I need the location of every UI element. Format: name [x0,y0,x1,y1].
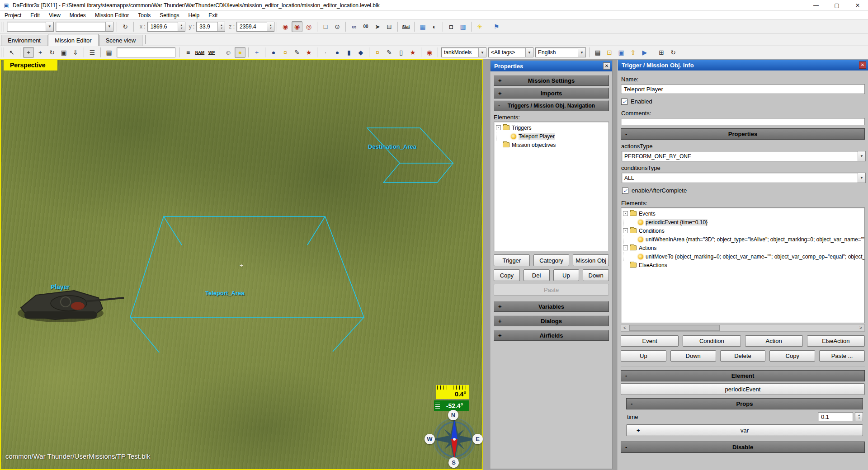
section-variables[interactable]: +Variables [494,301,609,312]
star-object-icon[interactable]: ★ [407,47,418,58]
pitch-indicator[interactable]: 0.4° [436,385,469,400]
comments-input[interactable] [621,118,865,125]
element-up-button[interactable]: Up [621,350,666,362]
add-event-button[interactable]: Event [621,335,679,347]
actions-type-dropdown[interactable]: PERFORM_ONE_BY_ONE▼ [622,151,866,161]
element-paste-button[interactable]: Paste ... [819,350,865,362]
new-document-icon[interactable]: ▤ [592,47,603,58]
menu-edit[interactable]: Edit [26,11,44,20]
tree-row-events[interactable]: - Events [623,209,864,218]
tab-environment[interactable]: Environment [1,35,47,46]
waypoint-names-icon[interactable]: NAM [194,47,205,58]
y-coordinate-spinner[interactable]: 33.9▴▾ [196,22,225,32]
menu-settings[interactable]: Settings [155,11,184,20]
target-icon[interactable]: ◉ [424,47,435,58]
scroll-right-icon[interactable]: > [857,325,864,330]
sun-icon[interactable]: ☀ [474,21,485,32]
copy-button[interactable]: Copy [494,269,520,281]
menu-view[interactable]: View [44,11,65,20]
element-delete-button[interactable]: Delete [720,350,766,362]
compass-west-button[interactable]: W [425,434,435,444]
smiley-icon[interactable]: ☺ [223,47,234,58]
spinner-arrows-icon[interactable]: ▴▾ [217,22,225,31]
section-props[interactable]: -Props [626,398,863,409]
play-icon[interactable]: ▶ [639,47,650,58]
tree-row-conditions[interactable]: - Conditions [623,226,864,235]
bounding-box-icon[interactable]: □ [320,21,331,32]
section-disable[interactable]: -Disable [621,442,865,453]
menu-project[interactable]: Project [0,11,26,20]
section-mission-settings[interactable]: +Mission Settings [494,75,609,86]
close-button[interactable]: ✕ [847,0,868,11]
mesh-object-icon[interactable]: ◆ [355,47,366,58]
element-copy-button[interactable]: Copy [769,350,815,362]
trigger-elements-tree[interactable]: - Events periodicEvent {time=0.10} - Con… [621,207,865,323]
section-element[interactable]: -Element [621,370,865,381]
move-snap-icon[interactable]: + [35,47,46,58]
move-icon[interactable]: + [23,47,34,58]
ink-pen-icon[interactable]: ✎ [384,47,395,58]
rotate-icon[interactable]: ↻ [47,47,57,58]
menu-help[interactable]: Help [184,11,204,20]
scroll-left-icon[interactable]: < [621,325,628,330]
unit-class-dropdown[interactable]: tankModels▼ [441,47,486,57]
drop-to-ground-icon[interactable]: ⇓ [70,47,81,58]
collapse-toggle-icon[interactable]: - [623,228,628,233]
tree-row-actions[interactable]: - Actions [623,244,864,252]
enable-after-complete-checkbox[interactable]: ✓ [622,188,628,194]
spinner-arrows-icon[interactable]: ▴▾ [855,412,863,421]
binoculars-icon[interactable]: ∞ [349,21,359,32]
tree-row-unit-move-to[interactable]: unitMoveTo {object_marking=0; object_var… [623,252,864,261]
scrollbar-thumb[interactable] [629,325,720,331]
lamp-icon[interactable]: ¤ [372,47,383,58]
grid-squares-icon[interactable]: ▦ [417,21,428,32]
properties-panel-titlebar[interactable]: Properties ✕ [491,61,612,71]
add-trigger-button[interactable]: Trigger [494,254,530,266]
cylinder-object-icon[interactable]: ▮ [344,47,354,58]
section-properties[interactable]: -Properties [621,128,865,140]
z-coordinate-spinner[interactable]: 2359.4▴▾ [236,22,274,32]
spinner-arrows-icon[interactable]: ▴▾ [178,22,185,31]
edit-pen-icon[interactable]: ✎ [292,47,302,58]
conditions-type-dropdown[interactable]: ALL▼ [622,173,866,183]
section-triggers-navigation[interactable]: -Triggers / Mission Obj. Navigation [494,100,609,111]
minimize-button[interactable]: — [806,0,826,11]
rotate-view-icon[interactable]: ↻ [120,21,131,32]
layers-icon[interactable]: ≡ [183,47,193,58]
light-icon[interactable]: ¤ [280,47,291,58]
compass-east-button[interactable]: E [472,434,483,444]
toolbar-grip[interactable] [1,47,4,57]
tree-row-periodic-event[interactable]: periodicEvent {time=0.10} [623,218,864,226]
spinner-arrows-icon[interactable]: ▴▾ [267,22,274,31]
reload-icon[interactable]: ↻ [668,47,679,58]
element-down-button[interactable]: Down [670,350,716,362]
select-cursor-icon[interactable]: ↖ [6,47,17,58]
preset-dropdown-1[interactable]: ▼ [7,22,54,32]
sphere-object-icon[interactable]: ● [332,47,343,58]
menu-tools[interactable]: Tools [133,11,155,20]
tree-row-mission-objectives[interactable]: Mission objectives [496,141,609,149]
compass-north-button[interactable]: N [448,410,458,420]
add-action-button[interactable]: Action [745,335,803,347]
add-mission-obj-button[interactable]: Mission Obj [573,254,609,266]
tree-row-unit-when-in-area[interactable]: unitWhenInArea {math="3D"; object_type="… [623,235,864,244]
tree-row-else-actions[interactable]: ElseActions [623,261,864,269]
maximize-button[interactable]: ▢ [826,0,847,11]
tab-mission-editor[interactable]: Mission Editor [48,34,99,46]
language-dropdown[interactable]: English▼ [535,47,586,57]
add-var-button[interactable]: +var [626,424,863,436]
time-spinner[interactable]: 0.1 ▴▾ [818,412,863,421]
add-else-action-button[interactable]: ElseAction [807,335,865,347]
stats-icon[interactable]: Stat [401,21,411,32]
compass-south-button[interactable]: S [448,457,459,468]
pointer-eye-icon[interactable]: ◐ [429,21,440,32]
preset-dropdown-2[interactable]: ▼ [56,22,113,32]
viewport-mode-label[interactable]: Perspective [4,60,57,70]
notes-icon[interactable]: ▤ [104,47,114,58]
collapse-toggle-icon[interactable]: - [496,125,501,130]
collapse-toggle-icon[interactable]: - [623,245,628,250]
player-unit-label[interactable]: Player [51,283,70,291]
section-airfields[interactable]: +Airfields [494,330,609,341]
section-dialogs[interactable]: +Dialogs [494,315,609,326]
export-icon[interactable]: ⇧ [627,47,638,58]
